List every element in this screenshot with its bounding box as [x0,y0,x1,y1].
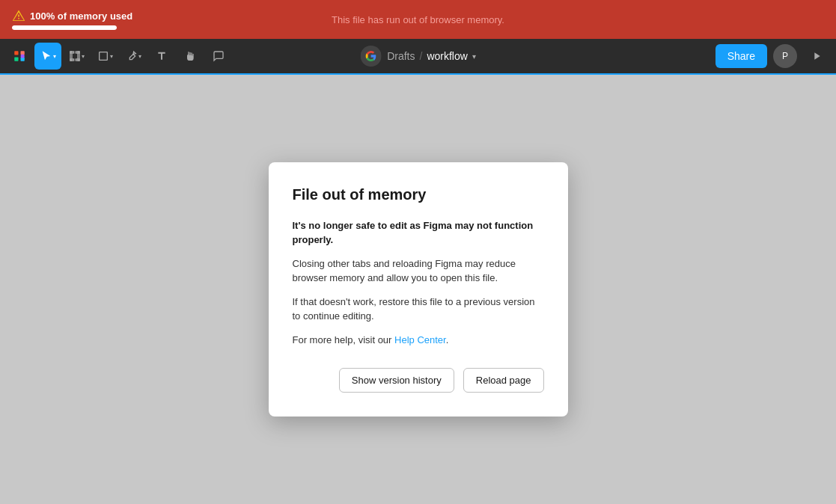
svg-point-4 [21,54,25,58]
banner-center-message: This file has run out of browser memory. [332,14,504,25]
breadcrumb-parent: Drafts [387,50,415,62]
select-tool-button[interactable]: ▾ [34,43,61,70]
toolbar-breadcrumb: Drafts / workflow ▾ [360,46,476,67]
show-version-history-button[interactable]: Show version history [339,368,454,393]
svg-rect-11 [99,52,107,61]
modal-title: File out of memory [293,186,544,203]
memory-warning-left: 100% of memory used [12,9,132,30]
shape-tool-button[interactable]: ▾ [91,43,118,70]
workflow-chevron-icon: ▾ [472,52,476,61]
breadcrumb-current: workflow [427,50,467,62]
warning-icon [12,9,30,22]
google-icon [360,46,381,67]
select-chevron: ▾ [53,53,56,60]
reload-page-button[interactable]: Reload page [463,368,544,393]
present-button[interactable] [803,43,830,70]
warning-banner: 100% of memory used This file has run ou… [0,0,836,39]
memory-progress-fill [12,25,117,30]
pen-tool-button[interactable]: ▾ [120,43,147,70]
svg-rect-2 [14,58,18,61]
shape-chevron: ▾ [110,53,113,60]
breadcrumb-separator: / [419,50,422,62]
frame-chevron: ▾ [82,53,85,60]
memory-title: 100% of memory used [12,9,132,22]
canvas: File out of memory It's no longer safe t… [0,75,836,504]
figma-menu-button[interactable] [6,43,33,70]
memory-progress-bar [12,25,117,30]
modal-paragraph1: Closing other tabs and reloading Figma m… [293,256,544,286]
modal-actions: Show version history Reload page [293,368,544,393]
modal-paragraph2: If that doesn't work, restore this file … [293,295,544,324]
frame-tool-button[interactable]: ▾ [63,43,90,70]
modal-overlay: File out of memory It's no longer safe t… [0,75,836,504]
breadcrumb: Drafts / workflow ▾ [387,50,476,62]
toolbar-right: Share P [716,43,830,70]
comment-tool-button[interactable] [205,43,232,70]
svg-rect-0 [14,51,18,55]
hand-tool-button[interactable] [177,43,204,70]
toolbar: ▾ ▾ ▾ ▾ [0,39,836,75]
user-avatar[interactable]: P [773,44,797,68]
modal-bold-line: It's no longer safe to edit as Figma may… [293,220,534,246]
pen-chevron: ▾ [138,53,141,60]
modal-body: It's no longer safe to edit as Figma may… [293,218,544,348]
text-tool-button[interactable] [148,43,175,70]
toolbar-tools: ▾ ▾ ▾ ▾ [6,43,232,70]
memory-error-modal: File out of memory It's no longer safe t… [269,162,568,417]
help-center-link[interactable]: Help Center [394,334,446,345]
share-button[interactable]: Share [716,44,767,68]
modal-help-text: For more help, visit our Help Center. [293,333,544,348]
